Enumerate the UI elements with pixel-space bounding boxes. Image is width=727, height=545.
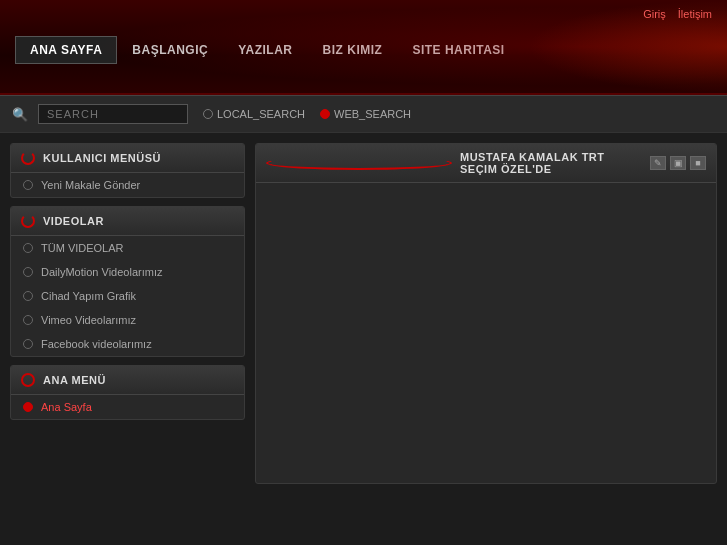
spin-icon-user <box>21 151 35 165</box>
web-search-label: WEB_SEARCH <box>334 108 411 120</box>
expand-icon[interactable]: ▣ <box>670 156 686 170</box>
spin-icon-content <box>266 156 452 170</box>
edit-icon[interactable]: ✎ <box>650 156 666 170</box>
bullet-icon <box>23 267 33 277</box>
nav-start[interactable]: BAŞLANGIÇ <box>117 36 223 64</box>
nav-about[interactable]: BIZ KIMIZ <box>308 36 398 64</box>
bullet-icon-active <box>23 402 33 412</box>
videos-title: VIDEOLAR <box>43 215 104 227</box>
dailymotion-item[interactable]: DailyMotion Videolarımız <box>11 260 244 284</box>
search-input[interactable] <box>38 104 188 124</box>
local-search-label: LOCAL_SEARCH <box>217 108 305 120</box>
all-videos-item[interactable]: TÜM VIDEOLAR <box>11 236 244 260</box>
bullet-icon <box>23 180 33 190</box>
settings-icon[interactable]: ■ <box>690 156 706 170</box>
cihad-item[interactable]: Cihad Yapım Grafik <box>11 284 244 308</box>
local-search-option[interactable]: LOCAL_SEARCH <box>203 108 305 120</box>
spin-icon-videos <box>21 214 35 228</box>
content-action-icons: ✎ ▣ ■ <box>650 156 706 170</box>
contact-link[interactable]: İletişim <box>678 8 712 20</box>
web-search-option[interactable]: WEB_SEARCH <box>320 108 411 120</box>
login-link[interactable]: Giriş <box>643 8 666 20</box>
local-search-radio[interactable] <box>203 109 213 119</box>
nav-sitemap[interactable]: SITE HARITASI <box>397 36 519 64</box>
user-menu-block: KULLANICI MENÜSÜ Yeni Makale Gönder <box>10 143 245 198</box>
vimeo-item[interactable]: Vimeo Videolarımız <box>11 308 244 332</box>
bullet-icon <box>23 339 33 349</box>
home-menu-label: Ana Sayfa <box>41 401 92 413</box>
web-search-radio[interactable] <box>320 109 330 119</box>
content-title: MUSTAFA KAMALAK TRT SEÇIM ÖZEL'DE <box>460 151 642 175</box>
nav: ANA SAYFA BAŞLANGIÇ YAZILAR BIZ KIMIZ SI… <box>0 28 727 72</box>
search-icon: 🔍 <box>12 107 28 122</box>
search-bar: 🔍 LOCAL_SEARCH WEB_SEARCH <box>0 95 727 133</box>
all-videos-label: TÜM VIDEOLAR <box>41 242 124 254</box>
bullet-icon <box>23 243 33 253</box>
main-menu-header: ANA MENÜ <box>11 366 244 395</box>
top-links: Giriş İletişim <box>0 0 727 20</box>
home-menu-item[interactable]: Ana Sayfa <box>11 395 244 419</box>
bullet-icon <box>23 291 33 301</box>
new-article-label: Yeni Makale Gönder <box>41 179 140 191</box>
facebook-item[interactable]: Facebook videolarımız <box>11 332 244 356</box>
spin-icon-main <box>21 373 35 387</box>
videos-block: VIDEOLAR TÜM VIDEOLAR DailyMotion Videol… <box>10 206 245 357</box>
videos-header: VIDEOLAR <box>11 207 244 236</box>
header: Giriş İletişim ANA SAYFA BAŞLANGIÇ YAZIL… <box>0 0 727 95</box>
dailymotion-label: DailyMotion Videolarımız <box>41 266 162 278</box>
new-article-item[interactable]: Yeni Makale Gönder <box>11 173 244 197</box>
cihad-label: Cihad Yapım Grafik <box>41 290 136 302</box>
main-menu-title: ANA MENÜ <box>43 374 106 386</box>
facebook-label: Facebook videolarımız <box>41 338 152 350</box>
vimeo-label: Vimeo Videolarımız <box>41 314 136 326</box>
content-block: MUSTAFA KAMALAK TRT SEÇIM ÖZEL'DE ✎ ▣ ■ <box>255 143 717 484</box>
main-content: KULLANICI MENÜSÜ Yeni Makale Gönder VIDE… <box>0 133 727 545</box>
user-menu-title: KULLANICI MENÜSÜ <box>43 152 161 164</box>
sidebar: KULLANICI MENÜSÜ Yeni Makale Gönder VIDE… <box>10 143 245 535</box>
content-body <box>256 183 716 483</box>
main-menu-block: ANA MENÜ Ana Sayfa <box>10 365 245 420</box>
user-menu-header: KULLANICI MENÜSÜ <box>11 144 244 173</box>
radio-group: LOCAL_SEARCH WEB_SEARCH <box>203 108 411 120</box>
content-block-header: MUSTAFA KAMALAK TRT SEÇIM ÖZEL'DE ✎ ▣ ■ <box>256 144 716 183</box>
bullet-icon <box>23 315 33 325</box>
content-area: MUSTAFA KAMALAK TRT SEÇIM ÖZEL'DE ✎ ▣ ■ <box>255 143 717 535</box>
nav-home[interactable]: ANA SAYFA <box>15 36 117 64</box>
nav-articles[interactable]: YAZILAR <box>223 36 307 64</box>
